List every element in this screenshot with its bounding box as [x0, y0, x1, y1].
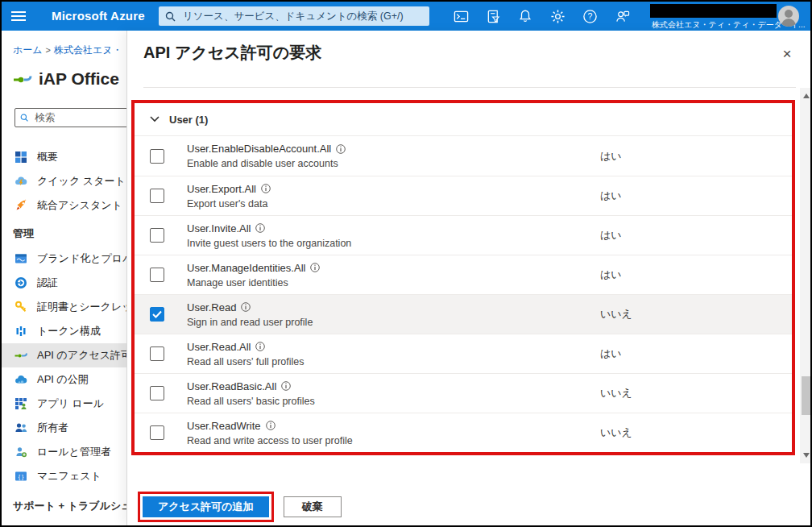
permission-description: Manage user identities [187, 277, 320, 288]
svg-text:{ }: { } [19, 474, 24, 480]
sidebar-search-input[interactable] [33, 111, 126, 124]
sidebar-item-certificates-secrets[interactable]: 証明書とシークレット [2, 295, 126, 319]
app-roles-icon [14, 397, 27, 410]
sidebar-item-quickstart[interactable]: クイック スタート [2, 169, 126, 193]
permission-name: User.ReadWrite [187, 420, 261, 432]
scrollbar-thumb[interactable] [802, 376, 811, 415]
close-icon[interactable]: × [777, 44, 798, 64]
permission-description: Enable and disable user accounts [187, 158, 346, 169]
panel-title: API アクセス許可の要求 [143, 42, 321, 64]
admin-consent-value: はい [600, 149, 622, 164]
permission-checkbox[interactable] [150, 346, 164, 361]
sidebar-section-manage: 管理 [2, 226, 126, 242]
feedback-icon[interactable] [606, 2, 638, 31]
redacted-account-name [650, 4, 777, 18]
info-icon[interactable] [281, 381, 291, 391]
admin-consent-value: はい [600, 228, 622, 243]
sidebar-item-expose-api[interactable]: API の公開 [2, 367, 126, 392]
global-search-input[interactable] [181, 10, 423, 23]
cloud-shell-icon[interactable] [445, 2, 477, 31]
permission-group-header[interactable]: User (1) [135, 103, 792, 136]
browser-icon [14, 252, 27, 265]
sidebar-item-owners[interactable]: 所有者 [2, 416, 126, 440]
svg-text:?: ? [587, 12, 592, 21]
admin-consent-value: いいえ [600, 386, 632, 400]
breadcrumb-home-link[interactable]: ホーム [13, 44, 43, 56]
owners-icon [14, 421, 27, 434]
permission-checkbox[interactable] [150, 228, 164, 243]
permission-checkbox[interactable] [150, 149, 164, 164]
search-icon [165, 11, 176, 22]
sidebar-item-roles-administrators[interactable]: ロールと管理者 [2, 440, 126, 464]
user-avatar[interactable] [778, 6, 799, 27]
admin-consent-value: いいえ [600, 307, 632, 322]
sidebar-section-support: サポート + トラブルシューティ [2, 498, 126, 514]
permission-checkbox[interactable] [150, 307, 164, 322]
sidebar-item-token-configuration[interactable]: トークン構成 [2, 319, 126, 343]
info-icon[interactable] [266, 421, 276, 430]
sidebar-item-authentication[interactable]: 認証 [2, 271, 126, 295]
permission-row: User.Read.All Read all users' full profi… [135, 334, 792, 373]
breadcrumb-current-link[interactable]: 株式会社エヌ・ [54, 44, 122, 56]
global-search-box[interactable] [159, 6, 429, 26]
permission-description: Read all users' basic profiles [187, 396, 315, 407]
admin-consent-value: はい [600, 268, 622, 282]
permission-row: User.EnableDisableAccount.All Enable and… [135, 136, 792, 176]
sidebar-item-branding[interactable]: ブランド化とプロパティ [2, 247, 126, 271]
breadcrumb: ホーム>株式会社エヌ・ [2, 44, 126, 56]
help-icon[interactable]: ? [574, 2, 606, 31]
permission-description: Invite guest users to the organization [187, 238, 351, 249]
manifest-icon: { } [14, 470, 27, 483]
info-icon[interactable] [310, 263, 320, 272]
add-permissions-button[interactable]: アクセス許可の追加 [143, 496, 269, 517]
sidebar-item-integration-assistant[interactable]: 統合アシスタント [2, 193, 126, 218]
settings-icon[interactable] [541, 2, 574, 31]
permission-description: Export user's data [187, 198, 271, 210]
directory-filter-icon[interactable] [477, 2, 509, 31]
divider [143, 87, 796, 88]
sidebar-item-manifest[interactable]: { } マニフェスト [2, 464, 126, 488]
annotation-box-permissions: User (1) User.EnableDisableAccount.All E… [131, 100, 795, 455]
admin-consent-value: いいえ [600, 425, 632, 440]
permission-row: User.Invite.All Invite guest users to th… [135, 215, 792, 255]
permission-name: User.Invite.All [187, 222, 251, 234]
permission-checkbox[interactable] [150, 425, 164, 440]
permission-group-label: User (1) [169, 114, 208, 126]
info-icon[interactable] [255, 223, 265, 233]
permission-name: User.EnableDisableAccount.All [187, 143, 331, 155]
account-info[interactable]: 株式会社エヌ・ティ・ティ・データ・イ... [650, 2, 779, 31]
permission-description: Read all users' full profiles [187, 356, 304, 367]
permission-checkbox[interactable] [150, 189, 164, 203]
info-icon[interactable] [255, 342, 265, 351]
sidebar-nav: 概要 クイック スタート 統合アシスタント 管理 ブランド化とプロパティ 認証 [2, 145, 126, 514]
sidebar-item-api-permissions[interactable]: API のアクセス許可 [2, 343, 126, 367]
permission-checkbox[interactable] [150, 268, 164, 282]
discard-button[interactable]: 破棄 [284, 496, 342, 517]
app-header: iAP Office [13, 64, 126, 93]
notifications-icon[interactable] [509, 2, 541, 31]
info-icon[interactable] [241, 302, 251, 312]
sidebar-item-app-roles[interactable]: アプリ ロール [2, 392, 126, 416]
sidebar-item-overview[interactable]: 概要 [2, 145, 126, 169]
permission-name: User.Read.All [187, 341, 251, 353]
breadcrumb-separator: > [46, 45, 51, 55]
permission-row: User.Export.All Export user's data はい [135, 176, 792, 215]
permission-checkbox[interactable] [150, 386, 164, 400]
api-plug-icon [14, 349, 27, 362]
admin-consent-value: はい [600, 346, 622, 361]
topbar-icon-group: ? [445, 2, 638, 31]
search-icon [20, 113, 28, 122]
scroll-down-arrow[interactable] [800, 449, 812, 462]
permission-row: User.ReadBasic.All Read all users' basic… [135, 373, 792, 413]
panel-footer: アクセス許可の追加 破棄 [138, 492, 342, 522]
hamburger-menu-icon[interactable] [11, 9, 26, 22]
sidebar-search-box[interactable] [14, 108, 126, 127]
info-icon[interactable] [336, 144, 346, 154]
permission-row: User.Read Sign in and read user profile … [135, 294, 792, 334]
rocket-icon [14, 199, 27, 212]
vertical-scrollbar[interactable] [800, 88, 812, 463]
permission-row: User.ReadWrite Read and write access to … [135, 413, 792, 452]
permission-name: User.Read [187, 301, 236, 313]
info-icon[interactable] [261, 184, 271, 193]
scroll-up-arrow[interactable] [800, 89, 812, 102]
